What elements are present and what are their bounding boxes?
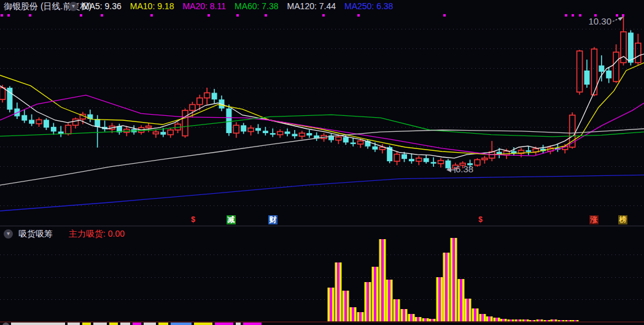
signal-dot bbox=[236, 14, 239, 17]
signal-dot bbox=[579, 14, 581, 17]
dividend-marker[interactable]: $ bbox=[188, 215, 198, 224]
candle-down bbox=[241, 125, 246, 131]
status-text-fragment bbox=[194, 323, 212, 325]
candle-down bbox=[285, 132, 290, 134]
indicator-bar-stripe bbox=[467, 299, 469, 321]
ranking-marker[interactable]: 榜 bbox=[618, 215, 627, 224]
ma5-line bbox=[0, 54, 644, 158]
candle-up bbox=[438, 161, 444, 164]
indicator-bar-stripe bbox=[445, 253, 448, 321]
candle-down bbox=[306, 133, 312, 136]
candle-down bbox=[263, 131, 268, 133]
status-text-fragment bbox=[109, 323, 118, 325]
status-text-fragment bbox=[120, 323, 130, 325]
indicator-bar-stripe bbox=[403, 309, 405, 321]
clipped-status-strip bbox=[0, 323, 644, 325]
main-chart-header: 御银股份 (日线.前复权) ▾ MA5: 9.36MA10: 9.18MA20:… bbox=[0, 1, 644, 13]
indicator-bar-stripe bbox=[388, 280, 390, 321]
status-text-fragment bbox=[236, 323, 241, 325]
indicator-bar-stripe bbox=[495, 318, 498, 321]
candle-down bbox=[44, 120, 49, 128]
status-text-fragment bbox=[133, 323, 141, 325]
indicator-bar-stripe bbox=[330, 288, 332, 321]
indicator-bar-stripe bbox=[567, 320, 570, 321]
dividend-marker[interactable]: $ bbox=[476, 215, 485, 224]
indicator-bar-stripe bbox=[510, 319, 512, 321]
stock-chart-window: 御银股份 (日线.前复权) ▾ MA5: 9.36MA10: 9.18MA20:… bbox=[0, 0, 644, 325]
signal-dot bbox=[622, 14, 624, 17]
candle-down bbox=[255, 128, 261, 131]
indicator-value-label: 主力吸货: 0.00 bbox=[69, 229, 125, 239]
financial-report-marker[interactable]: 财 bbox=[268, 215, 277, 224]
candle-up bbox=[0, 88, 6, 99]
ma120-label: MA120: 7.44 bbox=[287, 1, 336, 11]
candle-up bbox=[168, 130, 173, 135]
candle-down bbox=[431, 162, 436, 164]
stock-title: 御银股份 (日线.前复权) bbox=[4, 1, 91, 12]
signal-dot bbox=[208, 14, 210, 17]
ma-legend: MA5: 9.36MA10: 9.18MA20: 8.11MA60: 7.38M… bbox=[82, 1, 402, 12]
high-price-annotation: 10.30 bbox=[586, 16, 611, 26]
signal-dot bbox=[616, 14, 618, 17]
indicator-bar-stripe bbox=[367, 282, 369, 321]
collapse-chevron-icon bbox=[2, 323, 9, 325]
ma20-label: MA20: 8.11 bbox=[182, 1, 226, 11]
collapse-chevron-icon[interactable]: ▾ bbox=[69, 2, 78, 11]
indicator-bar-stripe bbox=[502, 319, 505, 321]
candle-up bbox=[416, 158, 422, 161]
candle-up bbox=[277, 132, 283, 135]
candle-down bbox=[445, 161, 451, 169]
candle-up bbox=[394, 155, 400, 161]
indicator-bar-stripe bbox=[460, 279, 462, 321]
candle-up bbox=[635, 43, 641, 63]
indicator-bar-stripe bbox=[374, 267, 376, 321]
low-price-annotation: 6.38 bbox=[456, 164, 473, 174]
indicator-bar-stripe bbox=[381, 239, 384, 321]
indicator-bar-stripe bbox=[538, 319, 541, 321]
candle-down bbox=[599, 66, 604, 72]
ma250-label: MA250: 6.38 bbox=[344, 1, 393, 11]
candle-up bbox=[182, 110, 188, 136]
candle-up bbox=[336, 137, 341, 140]
candle-up bbox=[204, 93, 210, 98]
ma250-line bbox=[0, 175, 644, 211]
ma10-label: MA10: 9.18 bbox=[130, 1, 174, 11]
signal-dot bbox=[265, 14, 267, 17]
indicator-bar-stripe bbox=[359, 312, 362, 321]
candle-up bbox=[504, 151, 510, 155]
ma60-label: MA60: 7.38 bbox=[235, 1, 279, 11]
reduce-holding-marker[interactable]: 减 bbox=[227, 215, 236, 224]
limit-up-marker[interactable]: 涨 bbox=[589, 215, 599, 224]
candle-down bbox=[270, 133, 276, 135]
indicator-bar-stripe bbox=[352, 307, 354, 321]
indicator-bar-stripe bbox=[395, 299, 398, 321]
candle-up bbox=[146, 126, 152, 128]
signal-dot bbox=[150, 14, 153, 17]
signal-dot bbox=[565, 14, 567, 17]
indicator-bar-stripe bbox=[517, 319, 519, 321]
candle-down bbox=[160, 132, 166, 134]
indicator-bar-stripe bbox=[531, 320, 533, 321]
indicator-bar-stripe bbox=[574, 320, 576, 321]
indicator-bar-stripe bbox=[546, 320, 548, 321]
candle-down bbox=[409, 159, 414, 161]
status-text-fragment bbox=[82, 323, 91, 325]
indicator-bar-stripe bbox=[417, 317, 419, 321]
candle-up bbox=[299, 133, 305, 136]
chart-canvas[interactable] bbox=[0, 0, 644, 325]
status-text-fragment bbox=[144, 323, 156, 325]
candle-down bbox=[526, 150, 531, 152]
candle-down bbox=[584, 71, 590, 85]
signal-dot bbox=[29, 14, 31, 17]
candle-down bbox=[29, 120, 34, 123]
candle-down bbox=[402, 155, 407, 159]
candle-down bbox=[343, 137, 349, 142]
collapse-chevron-icon[interactable]: ▾ bbox=[4, 229, 13, 239]
status-text-fragment bbox=[11, 323, 65, 325]
candle-up bbox=[613, 52, 619, 82]
candle-up bbox=[248, 128, 254, 132]
candle-down bbox=[21, 115, 27, 121]
status-text-fragment bbox=[93, 323, 107, 325]
indicator-bar-stripe bbox=[431, 319, 433, 321]
signal-dot bbox=[443, 14, 446, 17]
